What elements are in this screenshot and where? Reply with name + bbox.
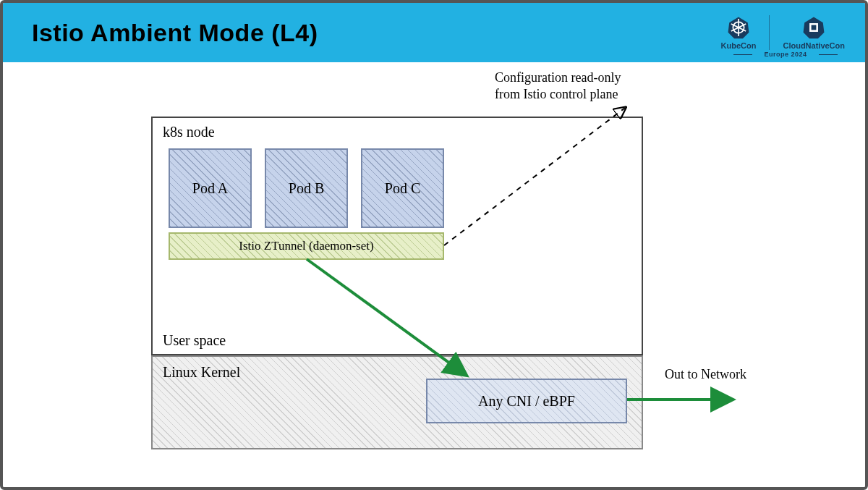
k8s-node-box: k8s node Pod A Pod B Pod C Istio ZTunnel… (151, 117, 643, 355)
k8s-node-label: k8s node (163, 124, 215, 140)
pod-a-label: Pod A (192, 180, 228, 197)
pod-c: Pod C (361, 148, 444, 228)
annotation-config: Configuration read-only from Istio contr… (495, 69, 683, 104)
annotation-out-to-network: Out to Network (665, 366, 746, 383)
ztunnel-label: Istio ZTunnel (daemon-set) (239, 239, 373, 253)
conference-subline: Europe 2024 (735, 51, 836, 58)
cloudnativecon-logo: CloudNativeCon (783, 15, 845, 50)
cloudnativecon-icon (801, 15, 826, 40)
kernel-box: Linux Kernel Any CNI / eBPF (151, 355, 643, 449)
logo-divider (769, 15, 770, 50)
ztunnel-box: Istio ZTunnel (daemon-set) (169, 232, 444, 260)
pod-b-label: Pod B (289, 180, 324, 197)
pod-a: Pod A (169, 148, 252, 228)
kubecon-label: KubeCon (721, 41, 757, 50)
conference-logos: KubeCon CloudNativeCon (721, 15, 845, 50)
kubecon-helm-icon (726, 15, 751, 40)
diagram-stage: Configuration read-only from Istio contr… (3, 62, 865, 487)
slide-title: Istio Ambient Mode (L4) (32, 19, 318, 47)
cni-box: Any CNI / eBPF (426, 379, 627, 423)
kernel-label: Linux Kernel (163, 364, 240, 381)
userspace-label: User space (163, 332, 226, 349)
kubecon-logo: KubeCon (721, 15, 757, 50)
svg-rect-7 (812, 25, 817, 30)
cni-label: Any CNI / eBPF (478, 393, 575, 410)
cloudnativecon-label: CloudNativeCon (783, 41, 845, 50)
pods-row: Pod A Pod B Pod C (169, 148, 444, 228)
pod-b: Pod B (265, 148, 348, 228)
pod-c-label: Pod C (385, 180, 420, 197)
